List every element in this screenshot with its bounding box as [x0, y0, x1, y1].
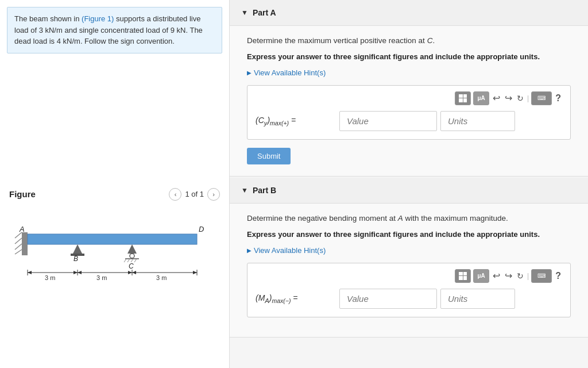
figure-label: Figure: [9, 189, 36, 199]
roller-c: [130, 254, 134, 258]
support-b: [73, 244, 82, 254]
wall-left: [22, 232, 28, 255]
arrow-ab-left: [28, 271, 32, 274]
beam-diagram: A B C D 3 m: [0, 201, 229, 289]
keyboard-label-b: ⌨: [537, 273, 546, 279]
part-a-header[interactable]: ▼ Part A: [230, 0, 588, 26]
undo-btn-a[interactable]: ↩: [492, 93, 501, 103]
keyboard-label-a: ⌨: [537, 95, 546, 101]
hatch-c-4: [134, 259, 137, 262]
grid-btn-a[interactable]: [455, 91, 471, 105]
sep-b: |: [527, 272, 529, 280]
part-b-answer-box: μΑ ↩ ↪ ↻ | ⌨ ? (MA)max(−) =: [247, 263, 571, 317]
support-c: [127, 244, 137, 254]
redo-btn-a[interactable]: ↪: [504, 93, 513, 103]
hint-b-arrow: ▶: [247, 247, 252, 254]
arrow-ab-right: [74, 271, 78, 274]
mu-label-b: μΑ: [477, 273, 485, 279]
part-b-value-input[interactable]: [339, 289, 437, 309]
part-a-input-row: (Cy)max(+) =: [256, 111, 562, 131]
part-b-header[interactable]: ▼ Part B: [230, 178, 588, 204]
part-a-value-input[interactable]: [339, 111, 437, 131]
next-figure-btn[interactable]: ›: [207, 188, 220, 201]
part-a-instruction: Express your answer to three significant…: [247, 51, 571, 63]
figure-section: Figure ‹ 1 of 1 ›: [0, 180, 229, 201]
arrow-bc-right: [128, 271, 132, 274]
arrow-bc-left: [78, 271, 82, 274]
arrow-cd-left: [132, 271, 136, 274]
prev-figure-btn[interactable]: ‹: [169, 188, 181, 201]
beam-body: [28, 234, 197, 244]
dim-bc-label: 3 m: [96, 274, 107, 281]
figure-link[interactable]: (Figure 1): [82, 14, 114, 23]
mu-btn-b[interactable]: μΑ: [473, 269, 489, 283]
part-a-equation: (Cy)max(+) =: [256, 116, 336, 126]
part-b-question: Determine the negative bending moment at…: [247, 213, 571, 224]
label-d: D: [199, 225, 204, 233]
part-a-answer-box: μΑ ↩ ↪ ↻ | ⌨ ? (Cy)max(+) =: [247, 85, 571, 140]
part-b-content: Determine the negative bending moment at…: [230, 204, 588, 337]
label-a: A: [19, 225, 25, 233]
grid-btn-b[interactable]: [455, 269, 471, 283]
help-btn-b[interactable]: ?: [554, 271, 562, 281]
part-b-arrow: ▼: [241, 186, 248, 194]
mu-label-a: μΑ: [477, 95, 485, 101]
help-btn-a[interactable]: ?: [554, 93, 562, 103]
undo-btn-b[interactable]: ↩: [492, 270, 501, 281]
figure-nav-text: 1 of 1: [185, 190, 204, 198]
redo-btn-b[interactable]: ↪: [504, 270, 513, 281]
part-a-label: Part A: [253, 8, 276, 17]
problem-text-1: The beam shown in: [14, 14, 82, 23]
mu-btn-a[interactable]: μΑ: [473, 91, 489, 105]
part-b-instruction: Express your answer to three significant…: [247, 229, 571, 240]
part-a-hint[interactable]: ▶ View Available Hint(s): [247, 68, 571, 77]
part-b-hint[interactable]: ▶ View Available Hint(s): [247, 246, 571, 255]
hint-a-arrow: ▶: [247, 70, 252, 76]
hint-b-text: View Available Hint(s): [254, 246, 326, 255]
label-b: B: [74, 255, 78, 263]
part-a-question: Determine the maximum vertical positive …: [247, 35, 571, 47]
arrow-cd-right: [193, 271, 197, 274]
wall-hatch-4: [15, 250, 22, 254]
refresh-btn-b[interactable]: ↻: [516, 271, 525, 281]
wall-hatch-2: [15, 238, 22, 244]
label-c: C: [129, 262, 134, 270]
keyboard-btn-a[interactable]: ⌨: [531, 91, 552, 105]
part-b-equation: (MA)max(−) =: [256, 293, 336, 304]
part-b-input-row: (MA)max(−) =: [256, 289, 562, 309]
hatch-c-1: [124, 259, 126, 262]
right-panel: ▼ Part A Determine the maximum vertical …: [230, 0, 588, 368]
problem-description: The beam shown in (Figure 1) supports a …: [7, 7, 222, 53]
dim-ab-label: 3 m: [45, 274, 55, 281]
keyboard-btn-b[interactable]: ⌨: [531, 269, 552, 283]
left-panel: The beam shown in (Figure 1) supports a …: [0, 0, 230, 368]
hint-a-text: View Available Hint(s): [254, 68, 326, 77]
beam-svg: A B C D 3 m: [11, 206, 218, 281]
sep-a: |: [527, 94, 529, 102]
wall-hatch-3: [15, 244, 22, 250]
part-b-units-input[interactable]: [440, 289, 515, 309]
part-a-content: Determine the maximum vertical positive …: [230, 26, 588, 176]
refresh-btn-a[interactable]: ↻: [516, 94, 525, 103]
part-b-toolbar: μΑ ↩ ↪ ↻ | ⌨ ?: [256, 269, 562, 283]
part-b-section: ▼ Part B Determine the negative bending …: [230, 178, 588, 338]
part-a-toolbar: μΑ ↩ ↪ ↻ | ⌨ ?: [256, 91, 562, 105]
part-a-units-input[interactable]: [440, 111, 515, 131]
dim-cd-label: 3 m: [156, 274, 167, 281]
part-a-submit[interactable]: Submit: [247, 148, 291, 164]
part-a-section: ▼ Part A Determine the maximum vertical …: [230, 0, 588, 177]
part-b-label: Part B: [253, 186, 276, 195]
part-a-arrow: ▼: [241, 9, 248, 17]
